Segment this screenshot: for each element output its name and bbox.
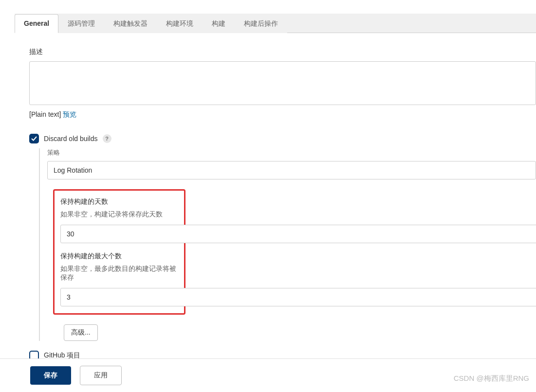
max-builds-hint: 如果非空，最多此数目的构建记录将被保存 bbox=[60, 265, 178, 282]
preview-link[interactable]: 预览 bbox=[63, 110, 76, 118]
description-input[interactable] bbox=[29, 61, 536, 105]
tab-triggers[interactable]: 构建触发器 bbox=[104, 14, 157, 33]
advanced-button[interactable]: 高级... bbox=[64, 324, 98, 341]
days-to-keep-input[interactable] bbox=[60, 225, 536, 243]
tab-post[interactable]: 构建后操作 bbox=[235, 14, 287, 33]
plaintext-label: [Plain text] bbox=[29, 110, 61, 118]
footer-bar: 保存 应用 bbox=[0, 358, 536, 392]
tab-scm[interactable]: 源码管理 bbox=[58, 14, 104, 33]
strategy-label: 策略 bbox=[47, 148, 536, 157]
days-to-keep-label: 保持构建的天数 bbox=[60, 197, 178, 206]
config-tabs: General 源码管理 构建触发器 构建环境 构建 构建后操作 bbox=[15, 14, 536, 33]
discard-old-builds-checkbox[interactable] bbox=[29, 134, 39, 143]
days-to-keep-hint: 如果非空，构建记录将保存此天数 bbox=[60, 210, 178, 219]
highlight-box: 保持构建的天数 如果非空，构建记录将保存此天数 保持构建的最大个数 如果非空，最… bbox=[53, 189, 185, 315]
strategy-select[interactable]: Log Rotation bbox=[47, 161, 536, 179]
help-icon[interactable]: ? bbox=[103, 134, 111, 143]
max-builds-input[interactable] bbox=[60, 288, 536, 306]
check-icon bbox=[31, 136, 37, 142]
apply-button[interactable]: 应用 bbox=[80, 366, 122, 385]
discard-old-builds-label: Discard old builds bbox=[44, 135, 98, 143]
max-builds-label: 保持构建的最大个数 bbox=[60, 252, 178, 261]
description-label: 描述 bbox=[29, 48, 536, 56]
tab-build[interactable]: 构建 bbox=[203, 14, 235, 33]
tab-env[interactable]: 构建环境 bbox=[157, 14, 203, 33]
tab-general[interactable]: General bbox=[15, 14, 58, 33]
save-button[interactable]: 保存 bbox=[30, 366, 71, 385]
